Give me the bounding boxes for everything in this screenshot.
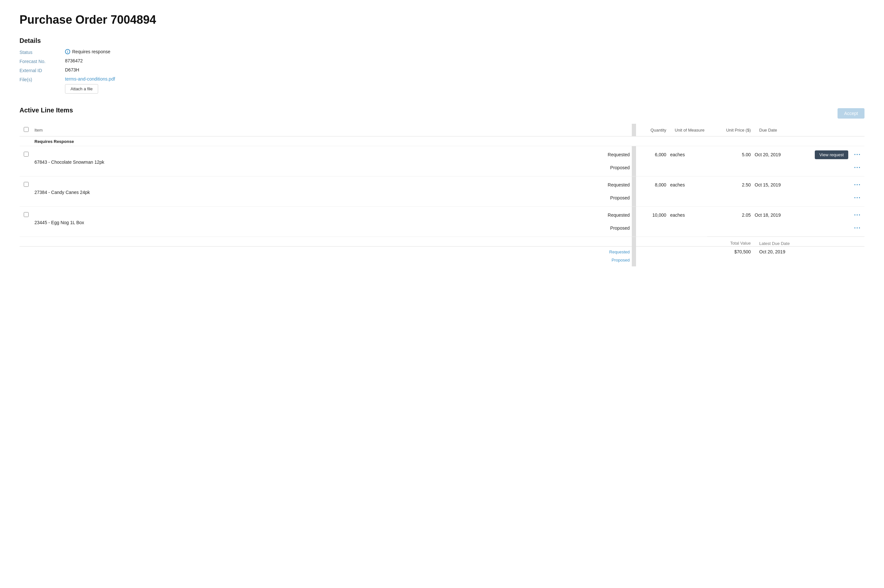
item-type-proposed-1: Proposed bbox=[599, 161, 632, 176]
item-checkbox-2[interactable] bbox=[24, 182, 29, 187]
header-unit-price: Unit Price ($) bbox=[707, 124, 753, 136]
item-price-3: 2.05 bbox=[707, 207, 753, 222]
header-uom: Unit of Measure bbox=[668, 124, 707, 136]
item-price-1: 5.00 bbox=[707, 146, 753, 162]
item-qty-3: 10,000 bbox=[636, 207, 668, 222]
totals-proposed-row: Proposed bbox=[20, 257, 864, 266]
forecast-value: 8736472 bbox=[65, 58, 83, 63]
external-id-value: D673H bbox=[65, 67, 79, 72]
kebab-menu-icon-3[interactable]: ⋮ bbox=[853, 210, 862, 220]
kebab-menu-icon-2[interactable]: ⋮ bbox=[853, 180, 862, 190]
item-menu-2[interactable]: ⋮ bbox=[850, 176, 864, 192]
forecast-row: Forecast No. 8736472 bbox=[20, 58, 864, 64]
kebab-menu-icon-3b[interactable]: ⋮ bbox=[853, 223, 862, 233]
totals-type-requested: Requested bbox=[599, 247, 632, 257]
page-title: Purchase Order 7004894 bbox=[20, 13, 864, 27]
line-items-header: Active Line Items Accept bbox=[20, 106, 864, 120]
header-menu bbox=[850, 124, 864, 136]
item-checkbox-1[interactable] bbox=[24, 152, 29, 157]
table-row: 23445 - Egg Nog 1L Box Requested 10,000 … bbox=[20, 207, 864, 222]
group-header-requires-response: Requires Response bbox=[20, 136, 864, 146]
files-label: File(s) bbox=[20, 76, 65, 82]
item-menu-3[interactable]: ⋮ bbox=[850, 207, 864, 222]
info-icon: i bbox=[65, 49, 70, 54]
attach-file-button[interactable]: Attach a file bbox=[65, 84, 98, 93]
totals-label-row: Total Value Latest Due Date bbox=[20, 237, 864, 247]
status-row: Status i Requires response bbox=[20, 49, 864, 55]
item-uom-3: eaches bbox=[668, 207, 707, 222]
item-type-proposed-3: Proposed bbox=[599, 222, 632, 237]
item-menu-1b[interactable]: ⋮ bbox=[850, 161, 864, 176]
line-items-table-wrapper: Item Quantity Unit of Measure Unit Price… bbox=[20, 124, 864, 266]
header-item: Item bbox=[33, 124, 632, 136]
header-quantity: Quantity bbox=[636, 124, 668, 136]
line-items-heading: Active Line Items bbox=[20, 106, 73, 114]
item-menu-2b[interactable]: ⋮ bbox=[850, 191, 864, 207]
item-name-1: 67843 - Chocolate Snowman 12pk bbox=[33, 146, 599, 176]
line-items-table: Item Quantity Unit of Measure Unit Price… bbox=[20, 124, 864, 266]
select-all-checkbox[interactable] bbox=[24, 127, 29, 132]
table-row: 67843 - Chocolate Snowman 12pk Requested… bbox=[20, 146, 864, 162]
total-value-label: Total Value bbox=[707, 237, 753, 247]
forecast-label: Forecast No. bbox=[20, 58, 65, 64]
kebab-menu-icon-2b[interactable]: ⋮ bbox=[853, 193, 862, 203]
item-type-proposed-2: Proposed bbox=[599, 191, 632, 207]
totals-type-proposed: Proposed bbox=[599, 257, 632, 266]
details-heading: Details bbox=[20, 37, 864, 45]
item-type-requested-3: Requested bbox=[599, 207, 632, 222]
item-name-3: 23445 - Egg Nog 1L Box bbox=[33, 207, 599, 237]
item-uom-2: eaches bbox=[668, 176, 707, 192]
item-qty-2: 8,000 bbox=[636, 176, 668, 192]
totals-requested-row: Requested $70,500 Oct 20, 2019 bbox=[20, 247, 864, 257]
status-text: Requires response bbox=[72, 49, 111, 54]
header-action bbox=[798, 124, 850, 136]
totals-requested-value: $70,500 bbox=[707, 247, 753, 257]
item-menu-3b[interactable]: ⋮ bbox=[850, 222, 864, 237]
status-value: i Requires response bbox=[65, 49, 111, 54]
item-qty-1: 6,000 bbox=[636, 146, 668, 162]
files-value: terms-and-conditions.pdf Attach a file bbox=[65, 76, 115, 93]
table-body: Requires Response 67843 - Chocolate Snow… bbox=[20, 136, 864, 267]
item-checkbox-cell-2 bbox=[20, 176, 33, 192]
details-section: Details Status i Requires response Forec… bbox=[20, 37, 864, 93]
group-header-label: Requires Response bbox=[33, 136, 864, 146]
item-name-2: 27384 - Candy Canes 24pk bbox=[33, 176, 599, 207]
header-due-date: Due Date bbox=[753, 124, 798, 136]
item-uom-1: eaches bbox=[668, 146, 707, 162]
kebab-menu-icon-1[interactable]: ⋮ bbox=[853, 149, 862, 160]
item-type-requested-1: Requested bbox=[599, 146, 632, 162]
view-request-button-1[interactable]: View request bbox=[815, 150, 848, 159]
totals-proposed-value bbox=[707, 257, 753, 266]
item-checkbox-cell-3 bbox=[20, 207, 33, 222]
item-type-requested-2: Requested bbox=[599, 176, 632, 192]
table-row: 27384 - Candy Canes 24pk Requested 8,000… bbox=[20, 176, 864, 192]
totals-requested-date: Oct 20, 2019 bbox=[753, 247, 798, 257]
status-label: Status bbox=[20, 49, 65, 55]
item-date-2: Oct 15, 2019 bbox=[753, 176, 798, 192]
item-menu-1[interactable]: ⋮ bbox=[850, 146, 864, 162]
totals-proposed-date bbox=[753, 257, 798, 266]
item-checkbox-3[interactable] bbox=[24, 212, 29, 217]
line-items-section: Active Line Items Accept bbox=[20, 106, 864, 266]
item-date-1: Oct 20, 2019 bbox=[753, 146, 798, 162]
kebab-menu-icon-1b[interactable]: ⋮ bbox=[853, 162, 862, 173]
external-id-label: External ID bbox=[20, 67, 65, 73]
external-id-row: External ID D673H bbox=[20, 67, 864, 73]
item-action-1: View request bbox=[798, 146, 850, 162]
table-header: Item Quantity Unit of Measure Unit Price… bbox=[20, 124, 864, 136]
files-row: File(s) terms-and-conditions.pdf Attach … bbox=[20, 76, 864, 93]
item-date-3: Oct 18, 2019 bbox=[753, 207, 798, 222]
latest-due-date-label: Latest Due Date bbox=[753, 237, 798, 247]
accept-button[interactable]: Accept bbox=[837, 108, 864, 118]
item-price-2: 2.50 bbox=[707, 176, 753, 192]
file-link[interactable]: terms-and-conditions.pdf bbox=[65, 76, 115, 81]
header-checkbox-cell bbox=[20, 124, 33, 136]
item-checkbox-cell-1 bbox=[20, 146, 33, 162]
